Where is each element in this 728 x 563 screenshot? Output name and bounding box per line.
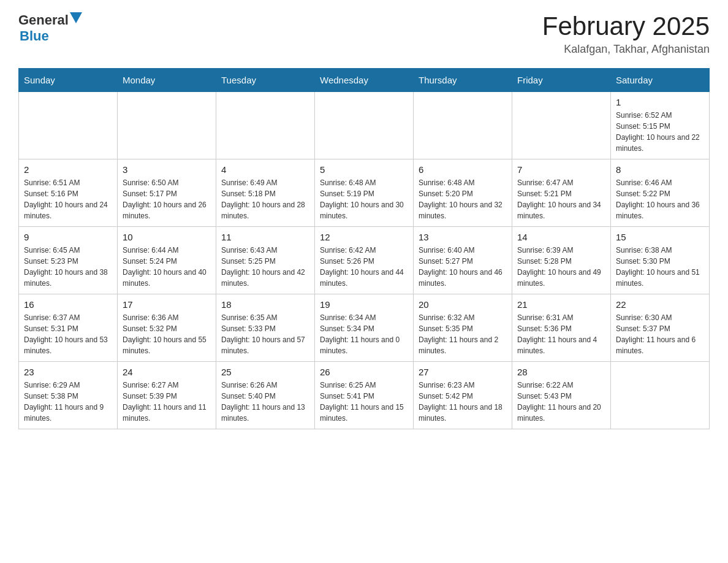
- header-wednesday: Wednesday: [315, 69, 414, 92]
- day-number: 1: [616, 97, 704, 107]
- day-number: 15: [616, 232, 704, 242]
- day-number: 10: [123, 232, 211, 242]
- calendar-cell: [611, 362, 710, 429]
- calendar-cell: 8Sunrise: 6:46 AM Sunset: 5:22 PM Daylig…: [611, 159, 710, 227]
- day-info: Sunrise: 6:42 AM Sunset: 5:26 PM Dayligh…: [320, 245, 408, 289]
- day-number: 2: [24, 164, 112, 175]
- day-number: 13: [419, 232, 507, 242]
- calendar-cell: 19Sunrise: 6:34 AM Sunset: 5:34 PM Dayli…: [315, 294, 414, 362]
- calendar-week-row: 23Sunrise: 6:29 AM Sunset: 5:38 PM Dayli…: [19, 362, 710, 429]
- day-info: Sunrise: 6:46 AM Sunset: 5:22 PM Dayligh…: [616, 177, 704, 221]
- title-section: February 2025 Kalafgan, Takhar, Afghanis…: [542, 12, 710, 56]
- calendar-cell: 11Sunrise: 6:43 AM Sunset: 5:25 PM Dayli…: [216, 227, 315, 294]
- calendar-cell: 22Sunrise: 6:30 AM Sunset: 5:37 PM Dayli…: [611, 294, 710, 362]
- calendar-cell: 23Sunrise: 6:29 AM Sunset: 5:38 PM Dayli…: [19, 362, 118, 429]
- day-number: 25: [221, 367, 309, 377]
- day-info: Sunrise: 6:44 AM Sunset: 5:24 PM Dayligh…: [123, 245, 211, 289]
- day-number: 14: [517, 232, 605, 242]
- day-info: Sunrise: 6:48 AM Sunset: 5:19 PM Dayligh…: [320, 177, 408, 221]
- day-info: Sunrise: 6:25 AM Sunset: 5:41 PM Dayligh…: [320, 380, 408, 424]
- day-info: Sunrise: 6:37 AM Sunset: 5:31 PM Dayligh…: [24, 312, 112, 356]
- day-info: Sunrise: 6:48 AM Sunset: 5:20 PM Dayligh…: [419, 177, 507, 221]
- logo-triangle-icon: [70, 12, 82, 23]
- day-info: Sunrise: 6:52 AM Sunset: 5:15 PM Dayligh…: [616, 110, 704, 154]
- calendar-cell: 25Sunrise: 6:26 AM Sunset: 5:40 PM Dayli…: [216, 362, 315, 429]
- day-info: Sunrise: 6:23 AM Sunset: 5:42 PM Dayligh…: [419, 380, 507, 424]
- day-number: 8: [616, 164, 704, 175]
- day-number: 28: [517, 367, 605, 377]
- day-info: Sunrise: 6:30 AM Sunset: 5:37 PM Dayligh…: [616, 312, 704, 356]
- day-info: Sunrise: 6:29 AM Sunset: 5:38 PM Dayligh…: [24, 380, 112, 424]
- calendar-cell: [19, 92, 118, 159]
- day-number: 3: [123, 164, 211, 175]
- calendar-cell: 2Sunrise: 6:51 AM Sunset: 5:16 PM Daylig…: [19, 159, 118, 227]
- day-number: 19: [320, 299, 408, 310]
- day-number: 24: [123, 367, 211, 377]
- day-number: 4: [221, 164, 309, 175]
- calendar-week-row: 1Sunrise: 6:52 AM Sunset: 5:15 PM Daylig…: [19, 92, 710, 159]
- day-number: 5: [320, 164, 408, 175]
- day-number: 9: [24, 232, 112, 242]
- day-number: 12: [320, 232, 408, 242]
- day-info: Sunrise: 6:26 AM Sunset: 5:40 PM Dayligh…: [221, 380, 309, 424]
- calendar-cell: 4Sunrise: 6:49 AM Sunset: 5:18 PM Daylig…: [216, 159, 315, 227]
- day-info: Sunrise: 6:51 AM Sunset: 5:16 PM Dayligh…: [24, 177, 112, 221]
- calendar-cell: 24Sunrise: 6:27 AM Sunset: 5:39 PM Dayli…: [118, 362, 216, 429]
- calendar-table: SundayMondayTuesdayWednesdayThursdayFrid…: [18, 68, 710, 429]
- svg-marker-0: [70, 12, 82, 23]
- calendar-week-row: 16Sunrise: 6:37 AM Sunset: 5:31 PM Dayli…: [19, 294, 710, 362]
- day-info: Sunrise: 6:39 AM Sunset: 5:28 PM Dayligh…: [517, 245, 605, 289]
- day-info: Sunrise: 6:38 AM Sunset: 5:30 PM Dayligh…: [616, 245, 704, 289]
- calendar-week-row: 9Sunrise: 6:45 AM Sunset: 5:23 PM Daylig…: [19, 227, 710, 294]
- calendar-cell: 21Sunrise: 6:31 AM Sunset: 5:36 PM Dayli…: [512, 294, 611, 362]
- calendar-cell: 7Sunrise: 6:47 AM Sunset: 5:21 PM Daylig…: [512, 159, 611, 227]
- day-number: 27: [419, 367, 507, 377]
- day-info: Sunrise: 6:27 AM Sunset: 5:39 PM Dayligh…: [123, 380, 211, 424]
- calendar-title: February 2025: [542, 12, 710, 40]
- logo-blue-text: Blue: [20, 28, 49, 44]
- day-number: 23: [24, 367, 112, 377]
- calendar-cell: 15Sunrise: 6:38 AM Sunset: 5:30 PM Dayli…: [611, 227, 710, 294]
- calendar-cell: 27Sunrise: 6:23 AM Sunset: 5:42 PM Dayli…: [414, 362, 512, 429]
- day-number: 6: [419, 164, 507, 175]
- header-monday: Monday: [118, 69, 216, 92]
- calendar-cell: [315, 92, 414, 159]
- calendar-cell: 6Sunrise: 6:48 AM Sunset: 5:20 PM Daylig…: [414, 159, 512, 227]
- calendar-cell: 17Sunrise: 6:36 AM Sunset: 5:32 PM Dayli…: [118, 294, 216, 362]
- day-info: Sunrise: 6:49 AM Sunset: 5:18 PM Dayligh…: [221, 177, 309, 221]
- day-info: Sunrise: 6:35 AM Sunset: 5:33 PM Dayligh…: [221, 312, 309, 356]
- calendar-cell: 18Sunrise: 6:35 AM Sunset: 5:33 PM Dayli…: [216, 294, 315, 362]
- page-header: General Blue February 2025 Kalafgan, Tak…: [18, 12, 710, 56]
- day-info: Sunrise: 6:43 AM Sunset: 5:25 PM Dayligh…: [221, 245, 309, 289]
- calendar-cell: [414, 92, 512, 159]
- calendar-cell: 26Sunrise: 6:25 AM Sunset: 5:41 PM Dayli…: [315, 362, 414, 429]
- day-info: Sunrise: 6:40 AM Sunset: 5:27 PM Dayligh…: [419, 245, 507, 289]
- calendar-header-row: SundayMondayTuesdayWednesdayThursdayFrid…: [19, 69, 710, 92]
- calendar-subtitle: Kalafgan, Takhar, Afghanistan: [542, 43, 710, 56]
- calendar-cell: [216, 92, 315, 159]
- day-number: 20: [419, 299, 507, 310]
- header-sunday: Sunday: [19, 69, 118, 92]
- calendar-cell: 9Sunrise: 6:45 AM Sunset: 5:23 PM Daylig…: [19, 227, 118, 294]
- header-thursday: Thursday: [414, 69, 512, 92]
- day-info: Sunrise: 6:22 AM Sunset: 5:43 PM Dayligh…: [517, 380, 605, 424]
- calendar-cell: 5Sunrise: 6:48 AM Sunset: 5:19 PM Daylig…: [315, 159, 414, 227]
- header-tuesday: Tuesday: [216, 69, 315, 92]
- calendar-cell: 20Sunrise: 6:32 AM Sunset: 5:35 PM Dayli…: [414, 294, 512, 362]
- calendar-cell: [118, 92, 216, 159]
- day-info: Sunrise: 6:45 AM Sunset: 5:23 PM Dayligh…: [24, 245, 112, 289]
- calendar-cell: 16Sunrise: 6:37 AM Sunset: 5:31 PM Dayli…: [19, 294, 118, 362]
- day-info: Sunrise: 6:50 AM Sunset: 5:17 PM Dayligh…: [123, 177, 211, 221]
- day-number: 7: [517, 164, 605, 175]
- calendar-cell: 14Sunrise: 6:39 AM Sunset: 5:28 PM Dayli…: [512, 227, 611, 294]
- logo-general-text: General: [18, 12, 69, 28]
- day-number: 18: [221, 299, 309, 310]
- calendar-cell: 3Sunrise: 6:50 AM Sunset: 5:17 PM Daylig…: [118, 159, 216, 227]
- calendar-week-row: 2Sunrise: 6:51 AM Sunset: 5:16 PM Daylig…: [19, 159, 710, 227]
- day-number: 11: [221, 232, 309, 242]
- day-number: 17: [123, 299, 211, 310]
- calendar-cell: 12Sunrise: 6:42 AM Sunset: 5:26 PM Dayli…: [315, 227, 414, 294]
- day-info: Sunrise: 6:36 AM Sunset: 5:32 PM Dayligh…: [123, 312, 211, 356]
- calendar-cell: 13Sunrise: 6:40 AM Sunset: 5:27 PM Dayli…: [414, 227, 512, 294]
- calendar-cell: 28Sunrise: 6:22 AM Sunset: 5:43 PM Dayli…: [512, 362, 611, 429]
